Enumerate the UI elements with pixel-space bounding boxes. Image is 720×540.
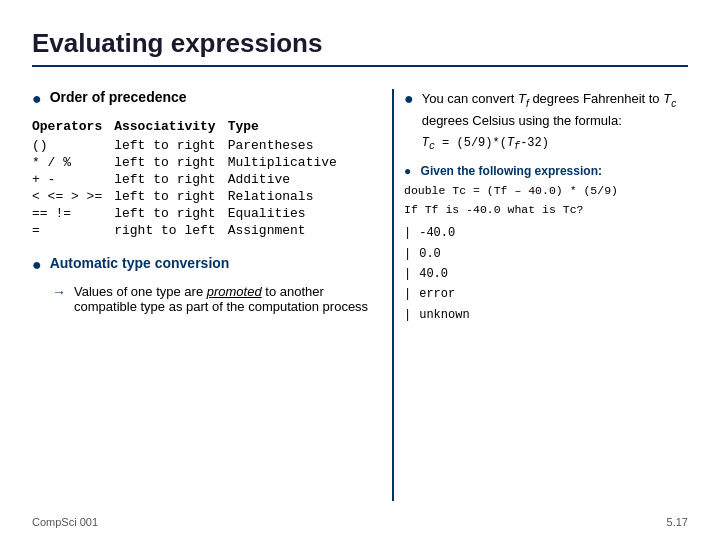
table-row: ()left to rightParentheses — [32, 137, 349, 154]
table-cell: = — [32, 222, 114, 239]
table-cell: < <= > >= — [32, 188, 114, 205]
table-cell: right to left — [114, 222, 227, 239]
promoted-text: promoted — [207, 284, 262, 299]
footer-left: CompSci 001 — [32, 516, 98, 528]
answer-item: |error — [404, 284, 688, 304]
conversion-bullet: ● You can convert Tf degrees Fahrenheit … — [404, 89, 688, 154]
code-line-1: double Tc = (Tf – 40.0) * (5/9) — [404, 182, 688, 200]
pipe-symbol: | — [404, 223, 411, 243]
answer-value: unknown — [419, 305, 469, 325]
table-cell: Additive — [228, 171, 349, 188]
slide: Evaluating expressions ● Order of preced… — [0, 0, 720, 540]
col-header-operators: Operators — [32, 118, 114, 137]
answer-value: 40.0 — [419, 264, 448, 284]
pipe-symbol: | — [404, 264, 411, 284]
table-cell: + - — [32, 171, 114, 188]
pipe-symbol: | — [404, 305, 411, 325]
bullet-icon-2: ● — [32, 256, 42, 274]
table-cell: left to right — [114, 137, 227, 154]
col-header-type: Type — [228, 118, 349, 137]
answer-item: |unknown — [404, 305, 688, 325]
answer-item: |40.0 — [404, 264, 688, 284]
table-cell: () — [32, 137, 114, 154]
answer-item: |0.0 — [404, 244, 688, 264]
table-cell: left to right — [114, 205, 227, 222]
table-cell: Relationals — [228, 188, 349, 205]
answer-list: |-40.0|0.0|40.0|error|unknown — [404, 223, 688, 325]
content-area: ● Order of precedence Operators Associat… — [32, 89, 688, 501]
conversion-text: You can convert Tf degrees Fahrenheit to… — [422, 89, 688, 154]
table-cell: left to right — [114, 188, 227, 205]
tc-variable: Tc — [663, 91, 676, 106]
table-row: < <= > >=left to rightRelationals — [32, 188, 349, 205]
col-header-associativity: Associativity — [114, 118, 227, 137]
left-panel: ● Order of precedence Operators Associat… — [32, 89, 372, 501]
bullet-icon-right: ● — [404, 90, 414, 108]
precedence-label: Order of precedence — [50, 89, 187, 105]
tc-subscript: c — [671, 98, 676, 109]
footer-right: 5.17 — [667, 516, 688, 528]
table-cell: == != — [32, 205, 114, 222]
footer: CompSci 001 5.17 — [32, 516, 688, 528]
pipe-symbol: | — [404, 284, 411, 304]
answer-value: -40.0 — [419, 223, 455, 243]
table-row: =right to leftAssignment — [32, 222, 349, 239]
right-panel: ● You can convert Tf degrees Fahrenheit … — [392, 89, 688, 501]
page-title: Evaluating expressions — [32, 28, 688, 67]
table-cell: Parentheses — [228, 137, 349, 154]
code-block: double Tc = (Tf – 40.0) * (5/9) If Tf is… — [404, 182, 688, 219]
code-line-2: If Tf is -40.0 what is Tc? — [404, 201, 688, 219]
table-cell: * / % — [32, 154, 114, 171]
table-cell: left to right — [114, 154, 227, 171]
table-row: == !=left to rightEqualities — [32, 205, 349, 222]
answer-value: error — [419, 284, 455, 304]
formula-display: Tc = (5/9)*(Tf-32) — [422, 134, 688, 154]
arrow-icon: → — [52, 284, 66, 300]
answer-item: |-40.0 — [404, 223, 688, 243]
auto-conversion-label: Automatic type conversion — [50, 255, 230, 271]
answer-value: 0.0 — [419, 244, 441, 264]
table-row: + -left to rightAdditive — [32, 171, 349, 188]
table-cell: Equalities — [228, 205, 349, 222]
bullet-icon-given: ● — [404, 164, 411, 178]
pipe-symbol: | — [404, 244, 411, 264]
table-header-row: Operators Associativity Type — [32, 118, 349, 137]
auto-conversion-bullet: ● Automatic type conversion — [32, 255, 372, 274]
table-cell: Assignment — [228, 222, 349, 239]
arrow-text: Values of one type are promoted to anoth… — [74, 284, 372, 314]
tf-variable: Tf — [518, 91, 529, 106]
table-cell: left to right — [114, 171, 227, 188]
arrow-item: → Values of one type are promoted to ano… — [52, 284, 372, 314]
auto-conversion-section: ● Automatic type conversion → Values of … — [32, 255, 372, 314]
table-cell: Multiplicative — [228, 154, 349, 171]
given-label: ● Given the following expression: — [404, 164, 688, 178]
operators-table: Operators Associativity Type ()left to r… — [32, 118, 372, 239]
table-row: * / %left to rightMultiplicative — [32, 154, 349, 171]
precedence-bullet: ● Order of precedence — [32, 89, 372, 108]
bullet-icon: ● — [32, 90, 42, 108]
